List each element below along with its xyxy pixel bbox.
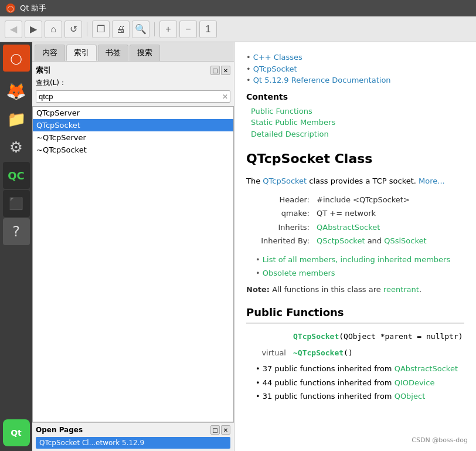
obsolete-members-link[interactable]: Obsolete members [263,269,335,277]
sidebar-icon-files[interactable]: 📁 [3,106,30,133]
breadcrumb-class[interactable]: QTcpSocket [253,65,297,73]
note-body: All functions in this class are [270,285,383,294]
inherited-item-1: 37 public functions inherited from QAbst… [256,363,464,375]
forward-button[interactable]: ▶ [25,21,42,38]
clear-search-button[interactable]: ✕ [220,92,230,101]
class-title: QTcpSocket Class [246,149,464,168]
title-bar: ◯ Qt 助手 [0,0,476,16]
find-label: 查找(L)： [36,78,230,88]
inherited-by-link-2[interactable]: QSslSocket [384,236,426,245]
inherited-text-1: 37 public functions inherited from [263,364,395,373]
sidebar-icon-help[interactable]: ? [3,218,30,245]
zoom-reset-button[interactable]: 1 [199,21,217,38]
func-sig-constructor: QTcpSocket(QObject *parent = nullptr) [293,331,463,343]
all-members-link[interactable]: List of all members, including inherited… [263,255,450,264]
func-link-constructor[interactable]: QTcpSocket [293,332,339,341]
desc-class-link[interactable]: QTcpSocket [263,177,307,185]
title-icon: ◯ [6,4,15,13]
main-layout: ◯ 🦊 📁 ⚙ QC ⬛ ? Qt 内容 索引 书签 搜索 [0,42,476,451]
info-label-inherits: Inherits: [246,222,317,233]
inherits-link[interactable]: QAbstractSocket [317,223,380,232]
left-panel: 内容 索引 书签 搜索 索引 □ ✕ 查找(L)： ✕ QTcpServer Q… [32,42,234,451]
func-sig-destructor: ~QTcpSocket() [293,347,353,359]
func-row-constructor: QTcpSocket(QObject *parent = nullptr) [246,331,464,343]
tab-contents[interactable]: 内容 [35,45,65,61]
contents-title: Contents [246,91,464,103]
reentrant-link[interactable]: reentrant [383,285,419,294]
sidebar-icons: ◯ 🦊 📁 ⚙ QC ⬛ ? Qt [0,42,32,451]
reload-button[interactable]: ↺ [64,21,82,38]
inherited-link-qobject[interactable]: QObject [395,392,426,401]
ubuntu-logo: ◯ [7,49,26,67]
sidebar-icon-qt[interactable]: QC [3,162,30,189]
info-label-qmake: qmake: [246,208,317,219]
toolbar-separator-1 [87,22,87,36]
open-pages-ctrl-1[interactable]: □ [210,425,220,435]
watermark: CSDN @boss-dog [409,435,470,445]
index-controls: □ ✕ [210,66,230,75]
index-header: 索引 □ ✕ [36,65,230,76]
list-item-qtcpsocket[interactable]: QTcpSocket [33,119,233,131]
inherited-link-qabstractsocket[interactable]: QAbstractSocket [395,364,458,373]
func-qualifier-destructor: virtual [246,347,293,359]
sidebar-icon-terminal[interactable]: ⬛ [3,190,30,217]
func-params-constructor: (QObject *parent = nullptr) [339,332,463,341]
sidebar-icon-settings[interactable]: ⚙ [3,134,30,161]
inherited-by-link-1[interactable]: QSctpSocket [317,236,365,245]
search-button[interactable]: 🔍 [132,21,149,38]
search-input-wrap: ✕ [36,90,230,103]
breadcrumb-ref-doc[interactable]: Qt 5.12.9 Reference Documentation [253,76,391,84]
class-description: The QTcpSocket class provides a TCP sock… [246,175,464,187]
contents-link-static-public[interactable]: Static Public Members [251,117,464,128]
open-page-item[interactable]: QTcpSocket Cl...etwork 5.12.9 [36,437,230,449]
open-pages-title: Open Pages [36,426,83,434]
bullet-item-obsolete: Obsolete members [256,267,464,279]
desc-more-link[interactable]: More... [419,177,445,185]
index-ctrl-1[interactable]: □ [210,66,220,75]
breadcrumb-classes[interactable]: C++ Classes [253,53,302,62]
index-search-input[interactable] [36,91,220,102]
list-item-qtcpserver-dtor[interactable]: ~QTcpServer [33,131,233,144]
note-text: Note: All functions in this class are re… [246,284,464,296]
home-button[interactable]: ⌂ [45,21,62,38]
contents-link-detailed[interactable]: Detailed Description [251,128,464,140]
info-value-inherited-by: QSctpSocket and QSslSocket [317,235,427,247]
zoom-out-button[interactable]: − [179,21,197,38]
print-button[interactable]: 🖨 [112,21,130,38]
info-row-inherits: Inherits: QAbstractSocket [246,222,464,233]
zoom-in-button[interactable]: + [159,21,177,38]
list-item-qtcpserver[interactable]: QTcpServer [33,107,233,119]
index-title: 索引 [36,65,51,76]
toolbar: ◀ ▶ ⌂ ↺ ❐ 🖨 🔍 + − 1 [0,16,476,42]
contents-link-public-functions[interactable]: Public Functions [251,106,464,117]
open-pages: Open Pages □ ✕ QTcpSocket Cl...etwork 5.… [32,422,234,451]
tab-search[interactable]: 搜索 [130,45,160,61]
info-value-inherits: QAbstractSocket [317,222,380,233]
tab-index[interactable]: 索引 [66,45,97,61]
tab-bar: 内容 索引 书签 搜索 [32,42,234,62]
info-value-qmake: QT += network [317,208,376,219]
open-pages-ctrl-2[interactable]: ✕ [221,425,230,435]
list-item-qtcpsocket-dtor[interactable]: ~QTcpSocket [33,144,233,156]
sidebar-icon-ubuntu[interactable]: ◯ [3,45,30,72]
copy-button[interactable]: ❐ [92,21,110,38]
info-row-qmake: qmake: QT += network [246,208,464,219]
bullet-item-all-members: List of all members, including inherited… [256,254,464,266]
inherited-text-3: 31 public functions inherited from [263,392,395,401]
sidebar-icon-firefox[interactable]: 🦊 [3,77,30,104]
inherited-link-qiodevice[interactable]: QIODevice [395,378,435,387]
tab-bookmarks[interactable]: 书签 [98,45,128,61]
back-button[interactable]: ◀ [5,21,22,38]
info-label-inherited-by: Inherited By: [246,235,317,247]
desc-pre: The [246,177,263,185]
public-functions-title: Public Functions [246,304,464,324]
index-list[interactable]: QTcpServer QTcpSocket ~QTcpServer ~QTcpS… [32,106,234,422]
func-link-destructor[interactable]: ~QTcpSocket [293,348,344,357]
inherited-text-2: 44 public functions inherited from [263,378,395,387]
info-row-inherited-by: Inherited By: QSctpSocket and QSslSocket [246,235,464,247]
index-ctrl-2[interactable]: ✕ [221,66,230,75]
bullet-links: List of all members, including inherited… [256,254,464,279]
info-label-header: Header: [246,194,317,206]
breadcrumb: • C++ Classes • QTcpSocket • Qt 5.12.9 R… [246,52,464,86]
sidebar-icon-qtlogo[interactable]: Qt [3,419,30,446]
